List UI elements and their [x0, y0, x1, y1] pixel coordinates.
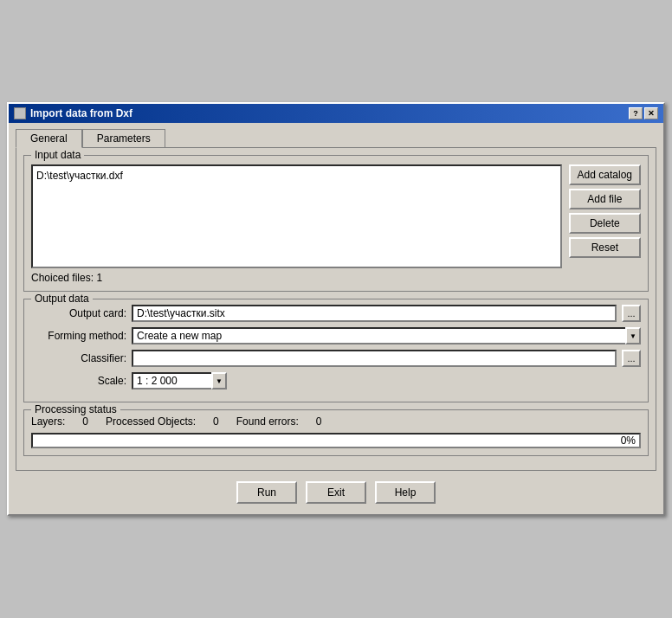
help-button[interactable]: Help: [375, 481, 436, 504]
output-card-label: Output card:: [31, 307, 126, 319]
titlebar: Import data from Dxf ? ✕: [9, 104, 663, 123]
help-titlebar-button[interactable]: ?: [629, 107, 643, 119]
reset-button[interactable]: Reset: [569, 237, 641, 258]
found-errors-value: 0: [316, 415, 322, 428]
classifier-label: Classifier:: [31, 352, 126, 364]
processed-objects-value: 0: [213, 415, 219, 428]
forming-method-dropdown-container: Create a new map Add to existing map Rep…: [132, 327, 641, 344]
run-button[interactable]: Run: [236, 481, 297, 504]
classifier-input[interactable]: [132, 350, 617, 367]
scale-row: Scale: 1 : 2 000 1 : 5 000 1 : 10 000 1 …: [31, 372, 641, 389]
bottom-buttons: Run Exit Help: [16, 478, 656, 507]
layers-value: 0: [82, 415, 88, 428]
output-data-group: Output data Output card: ... Forming met…: [23, 299, 649, 402]
scale-label: Scale:: [31, 375, 126, 387]
layers-label: Layers:: [31, 415, 65, 428]
app-icon: [14, 107, 26, 119]
tab-general[interactable]: General: [16, 129, 82, 148]
output-card-row: Output card: ...: [31, 305, 641, 322]
delete-button[interactable]: Delete: [569, 213, 641, 234]
choiced-files-info: Choiced files: 1: [31, 272, 641, 284]
add-file-button[interactable]: Add file: [569, 189, 641, 209]
forming-method-select[interactable]: Create a new map Add to existing map Rep…: [132, 327, 641, 344]
processing-status-label: Processing status: [31, 403, 120, 415]
choiced-files-count: 1: [96, 272, 102, 284]
close-titlebar-button[interactable]: ✕: [644, 107, 658, 119]
input-data-label: Input data: [31, 149, 84, 161]
exit-button[interactable]: Exit: [306, 481, 366, 504]
titlebar-buttons: ? ✕: [629, 107, 658, 119]
forming-method-label: Forming method:: [31, 330, 126, 342]
file-item: D:\test\участки.dxf: [36, 170, 557, 182]
output-card-browse-button[interactable]: ...: [622, 305, 641, 322]
progress-label: 0%: [621, 435, 636, 447]
add-catalog-button[interactable]: Add catalog: [569, 164, 641, 185]
titlebar-left: Import data from Dxf: [14, 107, 132, 119]
classifier-browse-button[interactable]: ...: [622, 350, 641, 367]
tab-bar: General Parameters: [16, 128, 656, 147]
window-body: General Parameters Input data D:\test\уч…: [9, 123, 663, 514]
main-window: Import data from Dxf ? ✕ General Paramet…: [7, 102, 665, 516]
tab-parameters[interactable]: Parameters: [82, 129, 165, 148]
choiced-files-label: Choiced files:: [31, 272, 94, 284]
side-buttons: Add catalog Add file Delete Reset: [569, 164, 641, 268]
classifier-row: Classifier: ...: [31, 350, 641, 367]
found-errors-label: Found errors:: [236, 415, 299, 428]
output-data-label: Output data: [31, 293, 93, 305]
progress-bar: 0%: [31, 433, 641, 448]
scale-dropdown-container: 1 : 2 000 1 : 5 000 1 : 10 000 1 : 25 00…: [132, 372, 227, 389]
tab-content: Input data D:\test\участки.dxf Add catal…: [16, 147, 656, 471]
status-row: Layers: 0 Processed Objects: 0 Found err…: [31, 415, 641, 428]
window-title: Import data from Dxf: [30, 107, 132, 119]
file-list: D:\test\участки.dxf: [31, 164, 562, 268]
processed-objects-label: Processed Objects:: [106, 415, 196, 428]
processing-status-group: Processing status Layers: 0 Processed Ob…: [23, 409, 649, 456]
output-card-input[interactable]: [132, 305, 617, 322]
input-data-inner: D:\test\участки.dxf Add catalog Add file…: [31, 164, 641, 268]
scale-select[interactable]: 1 : 2 000 1 : 5 000 1 : 10 000 1 : 25 00…: [132, 372, 227, 389]
forming-method-row: Forming method: Create a new map Add to …: [31, 327, 641, 344]
input-data-group: Input data D:\test\участки.dxf Add catal…: [23, 155, 649, 292]
